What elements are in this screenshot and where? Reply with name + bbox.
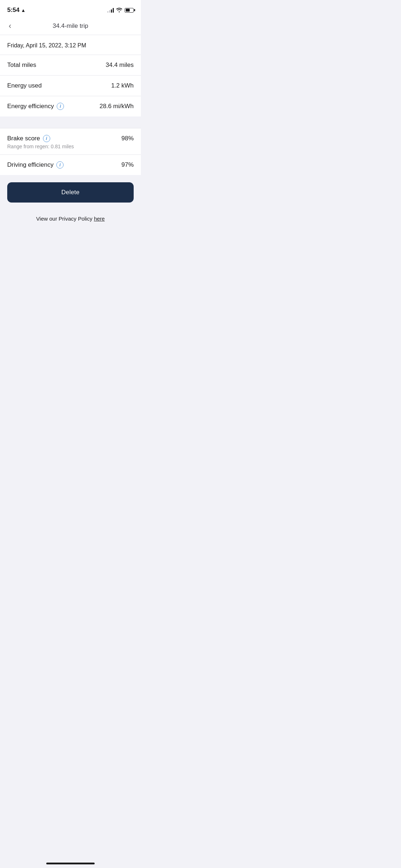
content-area: Friday, April 15, 2022, 3:12 PM Total mi… — [0, 35, 141, 262]
energy-efficiency-label-text: Energy efficiency — [7, 103, 54, 110]
energy-used-row: Energy used 1.2 kWh — [0, 75, 141, 96]
delete-section: Delete — [0, 175, 141, 210]
privacy-policy-link[interactable]: here — [94, 216, 105, 222]
driving-efficiency-value: 97% — [121, 161, 134, 169]
brake-score-row: Brake score i Range from regen: 0.81 mil… — [0, 128, 141, 154]
energy-efficiency-info-icon[interactable]: i — [57, 103, 64, 110]
signal-bars — [107, 8, 114, 13]
privacy-policy-section: View our Privacy Policy here — [0, 210, 141, 233]
total-miles-value: 34.4 miles — [106, 61, 134, 69]
driving-efficiency-label-group: Driving efficiency i — [7, 161, 64, 169]
signal-bar-1 — [107, 11, 108, 13]
brake-score-value: 98% — [121, 135, 134, 142]
brake-score-label-group: Brake score i Range from regen: 0.81 mil… — [7, 135, 74, 149]
page-title: 34.4-mile trip — [53, 22, 88, 30]
status-right-icons — [107, 7, 134, 13]
privacy-policy-text: View our Privacy Policy here — [36, 216, 105, 222]
driving-efficiency-label-text: Driving efficiency — [7, 161, 53, 169]
signal-bar-3 — [111, 9, 112, 13]
trip-date: Friday, April 15, 2022, 3:12 PM — [7, 42, 86, 48]
energy-efficiency-row: Energy efficiency i 28.6 mi/kWh — [0, 96, 141, 116]
privacy-policy-prefix: View our Privacy Policy — [36, 216, 94, 222]
brake-score-label-main: Brake score i — [7, 135, 74, 142]
bottom-spacer — [0, 233, 141, 262]
status-bar: 5:54 ▲ — [0, 0, 141, 18]
battery-fill — [126, 9, 130, 12]
energy-efficiency-label-group: Energy efficiency i — [7, 103, 64, 110]
energy-used-label: Energy used — [7, 82, 42, 89]
driving-efficiency-info-icon[interactable]: i — [56, 161, 64, 169]
brake-score-label-text: Brake score — [7, 135, 40, 142]
brake-score-sublabel: Range from regen: 0.81 miles — [7, 144, 74, 149]
wifi-icon — [116, 7, 122, 13]
nav-header: ‹ 34.4-mile trip — [0, 18, 141, 35]
brake-score-info-icon[interactable]: i — [43, 135, 50, 142]
section-spacer-1 — [0, 116, 141, 128]
total-miles-row: Total miles 34.4 miles — [0, 55, 141, 75]
date-row: Friday, April 15, 2022, 3:12 PM — [0, 35, 141, 55]
signal-bar-2 — [109, 10, 110, 13]
status-time: 5:54 ▲ — [7, 7, 26, 14]
delete-button[interactable]: Delete — [7, 182, 134, 203]
location-icon: ▲ — [21, 8, 26, 13]
driving-efficiency-row: Driving efficiency i 97% — [0, 154, 141, 175]
energy-used-value: 1.2 kWh — [111, 82, 134, 89]
energy-efficiency-value: 28.6 mi/kWh — [100, 103, 134, 110]
back-button[interactable]: ‹ — [7, 21, 13, 31]
time-display: 5:54 — [7, 7, 20, 14]
total-miles-label: Total miles — [7, 61, 36, 69]
battery-icon — [125, 8, 134, 13]
signal-bar-4 — [113, 8, 114, 13]
